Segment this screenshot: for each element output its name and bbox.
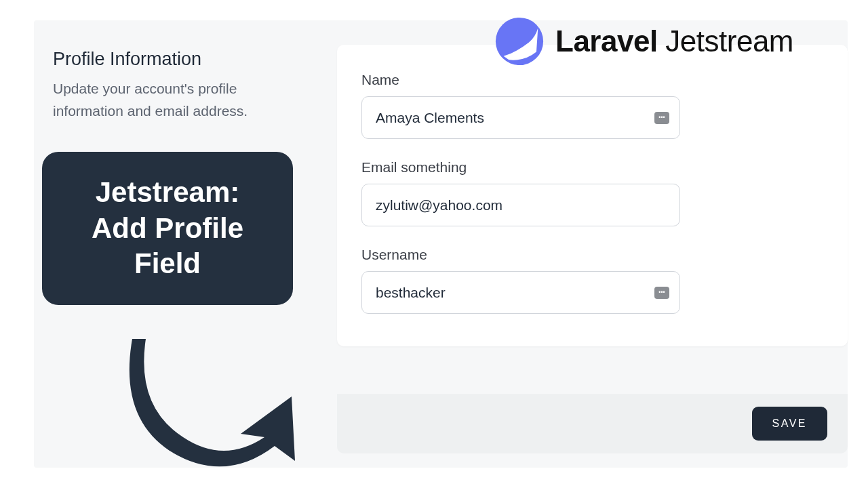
brand-bold: Laravel — [555, 24, 658, 58]
profile-form-card: Name Email something Username — [337, 45, 848, 346]
brand-light: Jetstream — [665, 24, 793, 58]
name-label: Name — [361, 72, 825, 88]
section-title: Profile Information — [53, 49, 304, 70]
username-group: Username — [361, 247, 825, 314]
autofill-icon[interactable] — [654, 112, 669, 124]
email-input[interactable] — [361, 184, 680, 226]
section-description: Update your account's profile informatio… — [53, 78, 304, 122]
arrow-icon — [122, 332, 298, 481]
brand-text: Laravel Jetstream — [555, 24, 793, 58]
form-action-bar: SAVE — [337, 394, 848, 453]
username-label: Username — [361, 247, 825, 263]
thumbnail-callout: Jetstream: Add Profile Field — [42, 152, 293, 305]
email-label: Email something — [361, 159, 825, 176]
autofill-icon[interactable] — [654, 287, 669, 299]
brand-lockup: Laravel Jetstream — [493, 15, 793, 68]
section-header: Profile Information Update your account'… — [53, 49, 304, 122]
name-group: Name — [361, 72, 825, 139]
callout-text: Jetstream: Add Profile Field — [60, 175, 275, 282]
name-input[interactable] — [361, 96, 680, 139]
save-button[interactable]: SAVE — [752, 407, 828, 441]
username-input[interactable] — [361, 271, 680, 314]
email-group: Email something — [361, 159, 825, 226]
jetstream-logo-icon — [493, 15, 546, 68]
